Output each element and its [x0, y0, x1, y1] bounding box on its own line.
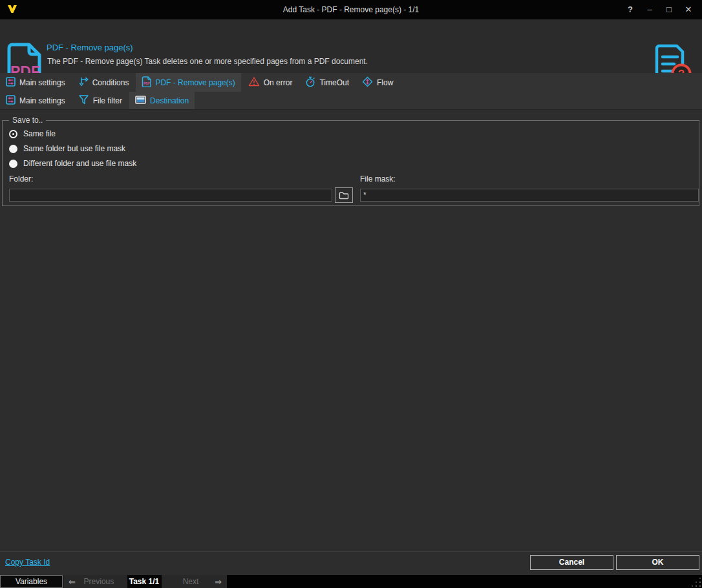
variables-button[interactable]: Variables: [0, 575, 63, 588]
subtab-destination[interactable]: Destination: [129, 92, 195, 109]
titlebar[interactable]: Add Task - PDF - Remove page(s) - 1/1 ? …: [0, 0, 702, 19]
prev-arrow-icon: ⇐: [69, 577, 76, 587]
tab-label: TimeOut: [319, 78, 349, 87]
radio-same-folder-mask[interactable]: Same folder but use file mask: [9, 144, 125, 153]
radio-label: Different folder and use file mask: [23, 159, 136, 168]
browse-folder-button[interactable]: [335, 187, 353, 203]
tab-flow[interactable]: Flow: [356, 73, 399, 92]
tab-on-error[interactable]: On error: [242, 73, 299, 92]
groupbox-title: Save to..: [9, 116, 46, 125]
tab-conditions[interactable]: Conditions: [72, 73, 135, 92]
file-mask-input[interactable]: [360, 189, 699, 202]
diamond-icon: [362, 76, 373, 89]
radio-label: Same file: [23, 129, 56, 138]
radio-button[interactable]: [9, 145, 17, 153]
tab-timeout[interactable]: TimeOut: [299, 73, 355, 92]
funnel-icon: [78, 94, 89, 107]
task-description: The PDF - Remove page(s) Task deletes on…: [47, 57, 368, 66]
window-controls: ? – □ ✕: [621, 0, 698, 19]
sliders-icon: [6, 95, 16, 107]
task-nav-bar: Variables ⇐ Previous Task 1/1 Next ⇒: [0, 575, 702, 588]
copy-task-id-link[interactable]: Copy Task Id: [5, 558, 50, 567]
sliders-icon: [6, 77, 16, 89]
next-task-button[interactable]: Next ⇒: [162, 575, 227, 588]
branch-icon: [78, 76, 89, 89]
task-title: PDF - Remove page(s): [47, 43, 133, 52]
tab-label: Conditions: [92, 78, 129, 87]
next-label: Next: [183, 577, 199, 586]
minimize-icon[interactable]: –: [640, 0, 659, 19]
resize-grip[interactable]: [699, 585, 701, 587]
subtab-file-filter[interactable]: File filter: [72, 92, 128, 109]
tab-label: On error: [264, 78, 293, 87]
folder-label: Folder:: [9, 174, 33, 184]
tab-label: Destination: [150, 96, 189, 105]
radio-different-folder-mask[interactable]: Different folder and use file mask: [9, 159, 136, 168]
previous-label: Previous: [84, 577, 114, 586]
radio-same-file[interactable]: Same file: [9, 129, 56, 138]
pdf-doc-icon: PDF: [142, 76, 151, 89]
folder-icon: [339, 191, 349, 200]
tab-label: Main settings: [19, 78, 65, 87]
maximize-icon[interactable]: □: [659, 0, 679, 19]
save-to-groupbox: Save to.. Same file Same folder but use …: [2, 120, 699, 206]
radio-button[interactable]: [9, 130, 17, 138]
tab-label: PDF - Remove page(s): [155, 78, 235, 87]
tab-pdf-remove-pages[interactable]: PDF PDF - Remove page(s): [136, 73, 240, 92]
sub-tabs: Main settings File filter Destination: [0, 92, 702, 110]
next-arrow-icon: ⇒: [215, 577, 222, 587]
task-tabs: Main settings Conditions PDF PDF - Remov…: [0, 73, 702, 92]
previous-task-button[interactable]: ⇐ Previous: [63, 575, 127, 588]
subtab-main-settings[interactable]: Main settings: [0, 92, 71, 109]
tab-main-settings[interactable]: Main settings: [0, 73, 71, 92]
stopwatch-icon: [305, 76, 315, 89]
ok-button[interactable]: OK: [616, 555, 699, 570]
help-icon[interactable]: ?: [621, 0, 640, 19]
close-icon[interactable]: ✕: [679, 0, 698, 19]
file-mask-label: File mask:: [360, 174, 396, 184]
warning-icon: [248, 76, 260, 89]
window-title: Add Task - PDF - Remove page(s) - 1/1: [0, 0, 702, 19]
footer-divider: [0, 551, 702, 552]
svg-text:PDF: PDF: [144, 81, 150, 85]
tab-label: Main settings: [19, 96, 65, 105]
screen-icon: [135, 96, 146, 106]
current-task-tab[interactable]: Task 1/1: [127, 575, 161, 588]
add-task-dialog: Add Task - PDF - Remove page(s) - 1/1 ? …: [0, 0, 702, 588]
tab-label: Flow: [377, 78, 393, 87]
cancel-button[interactable]: Cancel: [530, 555, 613, 570]
task-header: PDF PDF - Remove page(s) The PDF - Remov…: [0, 19, 702, 73]
radio-label: Same folder but use file mask: [23, 144, 125, 153]
folder-input[interactable]: [9, 189, 332, 202]
radio-button[interactable]: [9, 160, 17, 168]
tab-label: File filter: [93, 96, 122, 105]
